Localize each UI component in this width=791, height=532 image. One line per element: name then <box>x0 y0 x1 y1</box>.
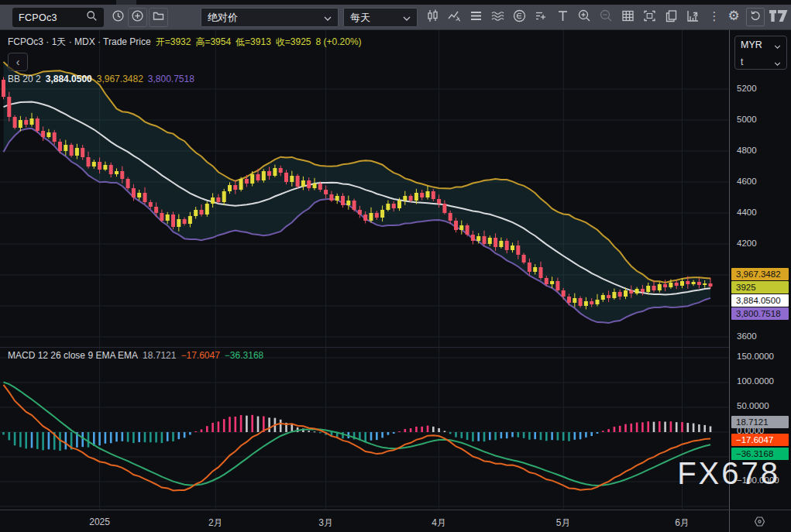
bb-lower-value: 3,800.7518 <box>148 74 194 84</box>
macd-badge-macd-hist: 18.7121 <box>731 416 789 428</box>
layouts-button[interactable] <box>149 8 168 27</box>
clock-icon <box>112 9 125 26</box>
macd-signal-value: −36.3168 <box>225 350 263 361</box>
chevron-down-icon <box>774 55 781 69</box>
more-options-button[interactable]: ⋮ <box>707 8 722 23</box>
settings-button[interactable]: ⚙ <box>726 8 741 23</box>
kebab-icon: ⋮ <box>709 10 720 22</box>
currency-selector[interactable]: MYR <box>735 36 786 53</box>
price-badge-bb-upper: 3,967.3482 <box>731 268 789 280</box>
unit-value: t <box>741 57 743 67</box>
macd-chart-canvas[interactable] <box>0 347 729 509</box>
back-button[interactable]: ‹ <box>8 53 28 71</box>
indicators-button[interactable] <box>446 10 462 26</box>
chevron-down-icon <box>324 12 332 23</box>
search-icon <box>86 10 98 25</box>
alert-button[interactable] <box>533 10 549 26</box>
chevron-down-icon <box>403 12 411 23</box>
macd-badge-macd-signal: −36.3168 <box>731 448 789 460</box>
open-value: 开=3932 <box>156 36 191 49</box>
macd-axis-label: −100.0000 <box>737 475 779 485</box>
chevron-down-icon <box>774 38 781 52</box>
patterns-button[interactable] <box>490 10 505 26</box>
gear-icon: ⚙ <box>727 9 739 22</box>
grid-settings-button[interactable] <box>620 10 635 26</box>
zoom-in-icon <box>577 9 592 26</box>
candlestick-icon <box>425 9 440 26</box>
chart-properties-icon[interactable] <box>753 515 766 531</box>
price-axis-label: 4800 <box>737 146 757 155</box>
copy-chart-button[interactable] <box>663 10 679 26</box>
price-axis[interactable]: MYR t 5200500048004600440042003600150.00… <box>729 30 791 510</box>
text-tool-button[interactable] <box>555 10 570 26</box>
time-axis-label: 4月 <box>432 517 446 530</box>
price-badge-last-price: 3925 <box>731 281 789 293</box>
interval-value: 每天 <box>350 11 370 25</box>
events-button[interactable] <box>511 10 527 26</box>
unit-selector-row[interactable]: t <box>735 53 786 70</box>
chart-type-button[interactable] <box>425 10 440 26</box>
time-axis[interactable]: 20252月3月4月5月6月 <box>0 510 791 532</box>
undo-icon <box>749 9 762 25</box>
macd-axis-label: 50.0000 <box>737 401 769 410</box>
recent-symbols-button[interactable] <box>108 8 128 27</box>
bb-upper-value: 3,967.3482 <box>97 74 143 84</box>
folder-icon <box>152 9 165 26</box>
time-axis-label: 6月 <box>675 517 690 530</box>
price-axis-label: 5200 <box>737 84 757 93</box>
time-axis-label: 3月 <box>318 517 333 530</box>
price-axis-label: 5000 <box>737 115 757 124</box>
snapshot-button[interactable] <box>641 10 657 26</box>
bar-chart-arrow-icon <box>686 9 700 26</box>
layers-icon <box>469 9 483 26</box>
price-axis-label: 3600 <box>737 331 757 341</box>
chart-area[interactable]: FCPOc3 · 1天 · MDX · Trade Price 开=3932 高… <box>0 30 729 510</box>
screenshot-icon <box>642 9 657 26</box>
interval-dropdown[interactable]: 每天 <box>343 8 418 27</box>
macd-axis-label: 100.0000 <box>737 376 774 386</box>
zoom-out-button[interactable] <box>598 10 614 26</box>
price-axis-label: 4600 <box>737 177 757 186</box>
symbol-name: FCPOc3 <box>19 12 57 23</box>
time-axis-label: 5月 <box>556 517 571 530</box>
tradingview-logo[interactable] <box>769 8 789 23</box>
copy-icon <box>664 9 679 26</box>
table-grid-icon <box>621 9 635 26</box>
macd-hist-value: 18.7121 <box>143 350 176 361</box>
time-axis-label: 2025 <box>89 517 110 527</box>
series-title: FCPOc3 · 1天 · MDX · Trade Price <box>8 36 151 49</box>
compare-layout-button[interactable] <box>468 10 483 26</box>
add-symbol-button[interactable] <box>128 8 147 27</box>
macd-legend[interactable]: MACD 12 26 close 9 EMA EMA 18.7121 −17.6… <box>8 350 263 361</box>
macd-label: MACD 12 26 close 9 EMA EMA <box>8 350 138 361</box>
stats-button[interactable] <box>685 10 700 26</box>
macd-line-value: −17.6047 <box>181 350 219 361</box>
zoom-out-icon <box>599 9 614 26</box>
zoom-in-button[interactable] <box>576 10 592 26</box>
price-badge-bb-basis: 3,884.0500 <box>731 294 789 307</box>
ohlc-legend[interactable]: FCPOc3 · 1天 · MDX · Trade Price 开=3932 高… <box>8 36 362 49</box>
price-badge-bb-lower: 3,800.7518 <box>731 307 789 320</box>
price-mode-dropdown[interactable]: 绝对价 <box>201 8 339 27</box>
low-value: 低=3913 <box>236 36 271 49</box>
text-icon <box>555 9 570 26</box>
circled-e-icon <box>512 9 527 26</box>
macd-badge-macd-line: −17.6047 <box>731 434 789 446</box>
symbol-search-box[interactable]: FCPOc3 <box>12 8 104 27</box>
unit-selector: MYR t <box>734 36 787 70</box>
currency-value: MYR <box>741 39 762 50</box>
high-value: 高=3954 <box>195 36 231 49</box>
time-axis-label: 2月 <box>208 517 223 530</box>
price-mode-value: 绝对价 <box>208 11 238 25</box>
bb-basis-value: 3,884.0500 <box>46 74 92 84</box>
bb-label: BB 20 2 <box>8 74 41 84</box>
bollinger-legend[interactable]: BB 20 2 3,884.0500 3,967.3482 3,800.7518 <box>8 74 194 84</box>
axis-separator <box>729 510 730 532</box>
macd-axis-label: 150.0000 <box>737 352 774 361</box>
price-axis-label: 4400 <box>737 208 757 217</box>
waves-icon <box>490 9 505 26</box>
undo-button[interactable] <box>746 8 765 26</box>
plus-circle-icon <box>131 9 144 26</box>
main-toolbar: FCPOc3 绝对价 每天 <box>0 5 791 30</box>
chevron-left-icon: ‹ <box>16 56 20 68</box>
